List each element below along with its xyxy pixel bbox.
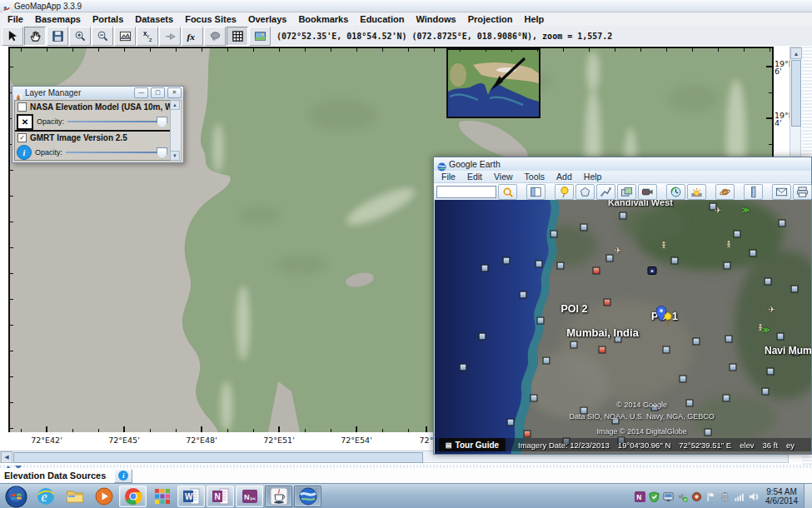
polygon-button[interactable] (575, 184, 595, 200)
photo-marker[interactable] (503, 257, 511, 265)
scroll-left-arrow-icon[interactable]: ◀ (1, 451, 12, 463)
photo-marker[interactable] (762, 387, 770, 395)
bird-marker[interactable]: ≫ (762, 326, 770, 334)
photo-marker[interactable] (620, 212, 627, 219)
photo-marker[interactable] (537, 316, 545, 324)
layer-manager-titlebar[interactable]: Layer Manager — ▢ ✕ (12, 87, 183, 99)
menu-focus-sites[interactable]: Focus Sites (179, 14, 242, 24)
photo-marker[interactable] (779, 219, 786, 227)
select-arrow-button[interactable] (2, 27, 23, 46)
scroll-up-arrow-icon[interactable]: ▲ (170, 100, 180, 110)
profile-chart-button[interactable] (114, 27, 136, 46)
lasso-button[interactable] (204, 27, 226, 46)
google-earth-titlebar[interactable]: Google Earth (434, 157, 811, 171)
scroll-down-arrow-icon[interactable]: ▼ (170, 151, 180, 161)
tour-guide-button[interactable]: ▤ Tour Guide (439, 438, 506, 451)
poi-pushpin-marker[interactable] (664, 312, 673, 330)
ge-menu-view[interactable]: View (488, 172, 519, 182)
vertical-scroll-thumb[interactable] (791, 60, 801, 127)
menu-windows[interactable]: Windows (410, 14, 461, 24)
placemark-button[interactable] (555, 184, 574, 200)
remove-layer-button[interactable]: ✕ (17, 114, 33, 130)
navi-mumbai-label[interactable]: Navi Mumb (765, 345, 811, 356)
media-player-taskbar-button[interactable] (90, 486, 117, 507)
taskbar-clock[interactable]: 9:54 AM 4/6/2014 (765, 487, 798, 506)
photo-marker[interactable] (670, 257, 678, 265)
onenote-taskbar-button[interactable]: N (207, 486, 234, 507)
pan-hand-button[interactable] (24, 27, 46, 46)
zoom-out-button[interactable] (92, 27, 113, 46)
battery-icon[interactable] (719, 491, 730, 502)
opacity-slider-thumb[interactable] (157, 117, 167, 128)
save-button[interactable] (47, 27, 68, 46)
photo-marker[interactable] (722, 394, 730, 401)
person-marker[interactable] (725, 236, 731, 243)
photo-marker[interactable] (679, 376, 686, 383)
photo-marker[interactable] (536, 261, 543, 268)
import-arrow-button[interactable] (159, 27, 181, 46)
photo-marker[interactable] (605, 255, 613, 262)
photo-marker[interactable] (725, 336, 733, 343)
scroll-up-arrow-icon[interactable]: ▲ (790, 47, 802, 59)
desktop-window-icon[interactable] (662, 491, 674, 502)
photo-marker[interactable] (481, 264, 488, 271)
photo-marker[interactable] (790, 285, 798, 292)
xyz-data-button[interactable]: XYZ (137, 27, 158, 46)
volume-icon[interactable] (747, 491, 759, 502)
menu-datasets[interactable]: Datasets (129, 14, 179, 24)
airplane-marker[interactable]: ✈ (614, 246, 620, 255)
photo-red-marker[interactable] (598, 346, 605, 354)
menu-basemaps[interactable]: Basemaps (29, 14, 87, 24)
geomapapp-titlebar[interactable]: GeoMapApp 3.3.9 (0, 0, 812, 12)
photo-marker[interactable] (662, 346, 670, 354)
photo-marker[interactable] (767, 367, 775, 375)
photo-marker[interactable] (570, 341, 577, 349)
word-taskbar-button[interactable]: W (177, 486, 205, 507)
photo-marker[interactable] (686, 399, 694, 406)
path-button[interactable] (596, 184, 615, 200)
photo-marker[interactable] (704, 429, 711, 436)
ge-menu-edit[interactable]: Edit (461, 172, 488, 182)
place-label-top[interactable]: Kandivali West (608, 200, 673, 207)
photo-marker[interactable] (693, 338, 700, 346)
minimize-icon[interactable]: — (134, 87, 148, 98)
basemap-button[interactable] (249, 27, 271, 46)
onenote-clipper-taskbar-button[interactable]: N✂ (236, 486, 263, 507)
action-flag-icon[interactable] (705, 491, 716, 502)
record-tour-button[interactable] (638, 184, 657, 200)
photo-marker[interactable] (478, 333, 486, 341)
photo-marker[interactable] (764, 277, 771, 285)
google-earth-map-canvas[interactable]: ✈✈✈≫≫ Kandivali West POI 2 POI 1 Mumbai,… (435, 200, 811, 454)
layer-manager-scrollbar[interactable]: ▲ ▼ (170, 100, 182, 161)
onenote-tray-icon[interactable]: N (634, 491, 645, 502)
airplane-marker[interactable]: ✈ (715, 205, 721, 214)
opacity-slider[interactable] (67, 117, 167, 127)
app-grid-taskbar-button[interactable] (148, 486, 176, 507)
ge-menu-add[interactable]: Add (550, 172, 578, 182)
photo-red-marker[interactable] (523, 430, 531, 437)
ge-menu-help[interactable]: Help (578, 172, 608, 182)
menu-bookmarks[interactable]: Bookmarks (292, 14, 354, 24)
planets-button[interactable] (715, 184, 735, 200)
grid-table-button[interactable] (227, 27, 248, 46)
menu-education[interactable]: Education (354, 14, 410, 24)
network-icon[interactable] (733, 491, 745, 502)
ge-menu-file[interactable]: File (436, 172, 461, 182)
menu-projection[interactable]: Projection (462, 14, 519, 24)
layer-checkbox[interactable]: ✓ (17, 133, 27, 142)
city-label[interactable]: Mumbai, India (566, 326, 639, 339)
google-earth-taskbar-button[interactable] (294, 486, 321, 507)
close-icon[interactable]: ✕ (167, 87, 182, 98)
search-input[interactable] (436, 186, 496, 198)
info-button[interactable]: i (114, 469, 132, 483)
airplane-marker[interactable]: ✈ (768, 304, 775, 313)
internet-explorer-taskbar-button[interactable]: e (32, 486, 59, 507)
webcam-marker[interactable] (648, 266, 657, 275)
photo-marker[interactable] (459, 364, 466, 371)
historical-imagery-button[interactable] (666, 184, 685, 200)
email-button[interactable] (772, 184, 791, 200)
bird-marker[interactable]: ≫ (742, 206, 750, 214)
maximize-icon[interactable]: ▢ (151, 87, 165, 98)
file-explorer-taskbar-button[interactable] (61, 486, 88, 507)
chrome-taskbar-button[interactable] (119, 486, 147, 507)
